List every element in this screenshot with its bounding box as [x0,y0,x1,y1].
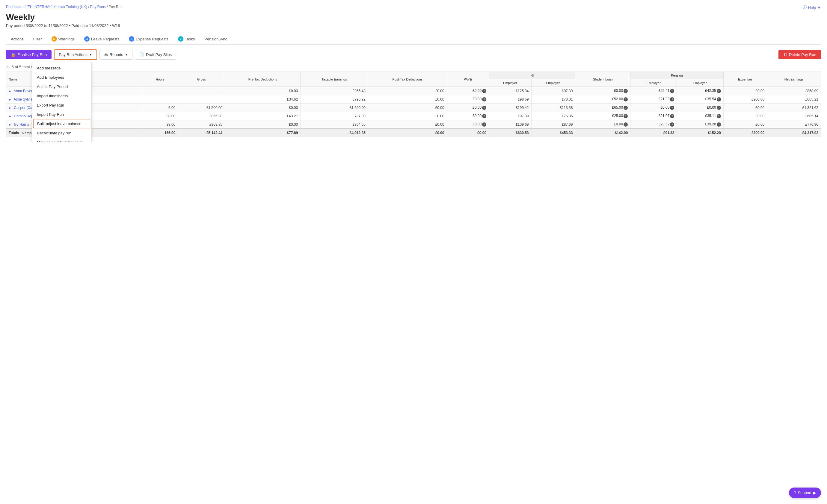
cell-net-earnings: £1,321.62 [767,104,821,112]
cell-pension-employer: £21.33? [630,95,677,104]
cell-pension-employer: £25.41? [630,87,677,95]
breadcrumb-company[interactable]: [EH INTERNAL] Kidows Training (UK) [27,5,87,9]
reports-button[interactable]: 🖶 Reports ▼ [99,50,133,60]
breadcrumb-current: Pay Run [109,5,123,9]
info-icon[interactable]: ? [624,114,628,118]
info-icon[interactable]: ? [670,114,674,118]
cell-pre-tax: £43.27 [225,112,300,120]
th-hours: Hours [142,72,178,87]
dropdown-item-add-message[interactable]: Add message [32,63,91,73]
info-icon[interactable]: ? [482,114,486,118]
employee-count: 1 - 5 of 5 total employees [6,65,821,69]
row-expand-icon[interactable]: ► [9,90,12,93]
cell-pre-tax: £0.00 [225,87,300,95]
trash-icon: 🗑 [783,52,787,57]
tab-tasks[interactable]: 2 Tasks [173,34,200,45]
cell-post-tax: £0.00 [368,104,447,112]
info-icon[interactable]: ? [717,122,721,127]
th-student-loan: Student Loan [575,72,630,87]
table-row: ► Casper (Caspi) Claude△ ☰ ✎ 6.00 £1,500… [6,104,821,112]
dropdown-item-import-pay-run[interactable]: Import Pay Run [32,110,91,119]
dropdown-item-recalculate[interactable]: Recalculate pay run [32,128,91,138]
cell-paye: £0.00? [447,95,489,104]
info-icon[interactable]: ? [624,106,628,110]
totals-post-tax: £0.00 [368,129,447,137]
cell-pension-employer: £21.07? [630,112,677,120]
cell-gross: £1,500.00 [178,104,225,112]
info-icon[interactable]: ? [670,106,674,110]
info-icon[interactable]: ? [717,97,721,102]
reports-chevron-icon: ▼ [125,53,128,56]
draft-icon: 📄 [139,52,144,57]
th-pre-tax: Pre-Tax Deductions [225,72,300,87]
totals-expenses: £200.00 [723,129,767,137]
info-icon[interactable]: ? [717,106,721,110]
cell-gross: £903.85 [178,120,225,129]
tab-expense-requests[interactable]: 3 Expense Requests [124,34,173,45]
tab-actions[interactable]: Actions [6,35,29,44]
help-chevron-icon: ▼ [817,5,821,10]
breadcrumb-dashboard[interactable]: Dashboard [6,5,24,9]
dropdown-item-adjust-pay-period[interactable]: Adjust Pay Period [32,82,91,91]
help-link[interactable]: ⓘ Help ▼ [803,5,821,10]
th-ni-group: NI [489,72,575,79]
info-icon[interactable]: ? [482,97,486,102]
cell-expenses: £0.00 [723,120,767,129]
cell-post-tax: £0.00 [368,87,447,95]
cell-net-earnings: £868.09 [767,87,821,95]
cell-paye: £0.00? [447,120,489,129]
tab-pension-sync[interactable]: PensionSync [200,35,232,44]
info-icon[interactable]: ? [670,122,674,127]
cell-taxable: £1,500.00 [300,104,368,112]
table-row: ► Ashe Sylvian△ ☰ ✎ £34.62 £795.22 £0.00… [6,95,821,104]
dropdown-item-import-timesheets[interactable]: Import timesheets [32,91,91,101]
breadcrumb: Dashboard / [EH INTERNAL] Kidows Trainin… [6,5,821,9]
tab-warnings[interactable]: 6 Warnings [47,34,80,45]
totals-pension-employee: £152.20 [677,129,723,137]
cell-student-loan: £25.00? [575,112,630,120]
cell-pension-employee: £42.35? [677,87,723,95]
th-gross: Gross [178,72,225,87]
info-icon[interactable]: ? [670,97,674,102]
info-icon[interactable]: ? [624,89,628,93]
cell-paye: £0.00? [447,112,489,120]
delete-pay-run-button[interactable]: 🗑 Delete Pay Run [778,50,821,59]
cell-student-loan: £0.00? [575,120,630,129]
cell-pre-tax: £34.62 [225,95,300,104]
info-icon[interactable]: ? [482,122,486,127]
cell-net-earnings: £776.96 [767,120,821,129]
finalise-pay-run-button[interactable]: 🔒 Finalise Pay Run [6,50,52,59]
dropdown-item-bulk-adjust-leave[interactable]: Bulk adjust leave balance [33,119,90,128]
row-expand-icon[interactable]: ► [9,115,12,118]
totals-hours: 166.00 [142,129,178,137]
breadcrumb-pay-runs[interactable]: Pay Runs [90,5,106,9]
cell-net-earnings: £665.21 [767,95,821,104]
row-expand-icon[interactable]: ► [9,98,12,101]
row-expand-icon[interactable]: ► [9,123,12,126]
row-expand-icon[interactable]: ► [9,106,12,110]
dropdown-item-export-pay-run[interactable]: Export Pay Run [32,101,91,110]
cell-student-loan: £65.00? [575,104,630,112]
cell-ni-employee: £87.69 [531,120,575,129]
info-icon[interactable]: ? [624,122,628,127]
cell-pre-tax: £0.00 [225,104,300,112]
info-icon[interactable]: ? [717,89,721,93]
info-icon[interactable]: ? [482,106,486,110]
cell-expenses: £0.00 [723,87,767,95]
info-icon[interactable]: ? [482,89,486,93]
dropdown-item-add-employees[interactable]: Add Employees [32,73,91,82]
info-icon[interactable]: ? [624,97,628,102]
page-title: Weekly [6,12,821,22]
tab-filter[interactable]: Filter [29,35,47,44]
cell-ni-employee: £97.39 [531,87,575,95]
dropdown-item-mark-late[interactable]: Mark all as late submission [32,138,91,142]
info-icon[interactable]: ? [670,89,674,93]
tab-leave-requests[interactable]: 3 Leave Requests [80,34,124,45]
th-pension-employee: Employee [677,79,723,87]
cell-paye: £0.00? [447,87,489,95]
draft-pay-slips-button[interactable]: 📄 Draft Pay Slips [135,50,176,60]
th-taxable-earnings: Taxable Earnings [300,72,368,87]
pay-run-actions-button[interactable]: Pay Run Actions ▼ [54,49,97,60]
info-icon[interactable]: ? [717,114,721,118]
table-row: ► Anna Beverly△ ☰ ✎ £0.00 £965.48 £0.00 … [6,87,821,95]
